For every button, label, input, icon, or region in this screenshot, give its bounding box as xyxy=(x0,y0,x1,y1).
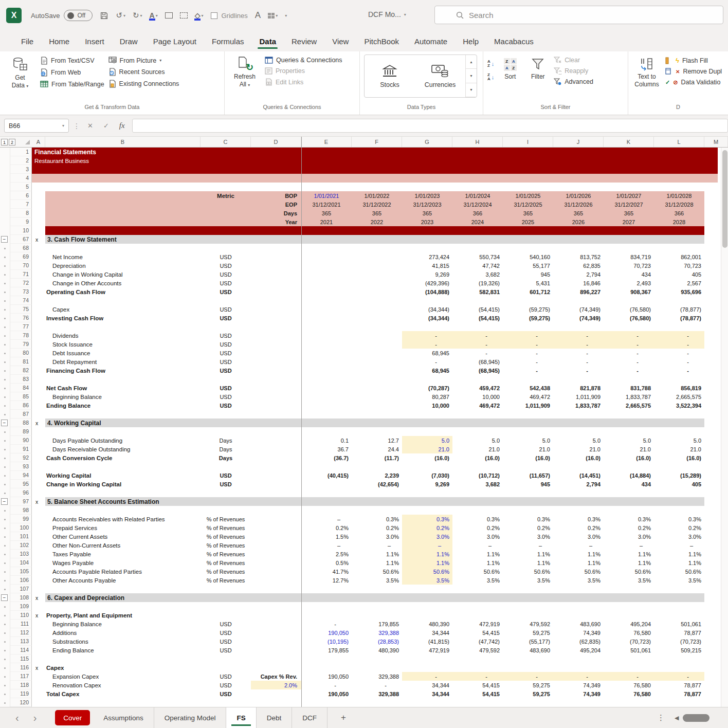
cell-F82[interactable] xyxy=(352,366,402,375)
cell-L69[interactable]: 862,001 xyxy=(654,252,704,261)
cell-E85[interactable] xyxy=(301,392,352,401)
cell-B3[interactable] xyxy=(32,165,718,174)
cell-C86[interactable]: USD xyxy=(201,401,251,410)
cell-E95[interactable] xyxy=(301,480,352,488)
cell-F106[interactable]: 3.5% xyxy=(352,576,402,585)
row-header-70[interactable]: 70 xyxy=(10,261,32,270)
row-header-75[interactable]: 75 xyxy=(10,305,32,314)
sheet-tab-cover[interactable]: Cover xyxy=(55,710,90,725)
cell-B8[interactable] xyxy=(45,209,201,217)
cell-L91[interactable]: 21.0 xyxy=(654,445,704,453)
cell-C6[interactable]: Metric xyxy=(201,191,251,200)
column-header-H[interactable]: H xyxy=(452,137,503,147)
cell-B111[interactable]: Beginning Balance xyxy=(45,620,201,628)
cell-F9[interactable]: 2022 xyxy=(352,217,402,226)
cell-D105[interactable] xyxy=(251,567,301,576)
cell-A86[interactable] xyxy=(32,401,45,410)
menu-tab-draw[interactable]: Draw xyxy=(112,31,145,51)
cell-G84[interactable]: (70,287) xyxy=(402,384,452,392)
menu-tab-automate[interactable]: Automate xyxy=(407,31,455,51)
cell-J112[interactable]: 74,349 xyxy=(553,628,604,637)
cell-D9[interactable]: Year xyxy=(251,217,301,226)
cell-I86[interactable]: 1,011,909 xyxy=(503,401,553,410)
cell-G81[interactable]: - xyxy=(402,357,452,366)
column-header-L[interactable]: L xyxy=(654,137,704,147)
cell-E103[interactable]: 2.5% xyxy=(301,550,352,558)
section-header-108[interactable]: 6. Capex and Depreciation xyxy=(45,593,704,602)
cell-B85[interactable]: Beginning Balance xyxy=(45,392,201,401)
cell-C91[interactable]: Days xyxy=(201,445,251,453)
cell-J101[interactable]: 3.0% xyxy=(553,532,604,541)
cell-K119[interactable]: 76,580 xyxy=(604,689,654,698)
cell-K86[interactable]: 2,665,575 xyxy=(604,401,654,410)
row-header-73[interactable]: 73 xyxy=(10,287,32,296)
cell-I110[interactable] xyxy=(503,611,553,620)
cell-H118[interactable]: 54,415 xyxy=(452,681,503,689)
from-text-csv-button[interactable]: From Text/CSV xyxy=(40,57,104,65)
cell-D90[interactable] xyxy=(251,436,301,445)
cell-J116[interactable] xyxy=(553,663,604,672)
cell-B81[interactable]: Debt Repayment xyxy=(45,357,201,366)
cell-I85[interactable]: 469,472 xyxy=(503,392,553,401)
cell-E119[interactable]: 190,050 xyxy=(301,689,352,698)
cell-I71[interactable]: 945 xyxy=(503,270,553,279)
cell-G85[interactable]: 80,287 xyxy=(402,392,452,401)
cell-G90[interactable]: 5.0 xyxy=(402,436,452,445)
cell-B119[interactable]: Total Capex xyxy=(45,689,201,698)
cell-H81[interactable]: (68,945) xyxy=(452,357,503,366)
cell-A10[interactable] xyxy=(32,226,45,235)
cell-I105[interactable]: 50.6% xyxy=(503,567,553,576)
cell-D92[interactable] xyxy=(251,453,301,462)
cell-L76[interactable]: (78,877) xyxy=(654,314,704,322)
more-commands-icon[interactable]: ▾ xyxy=(285,13,287,18)
data-types-scroll-up-icon[interactable]: ▴ xyxy=(466,55,477,69)
cell-I70[interactable]: 55,177 xyxy=(503,261,553,270)
cell-D94[interactable] xyxy=(251,471,301,480)
cell-F80[interactable] xyxy=(352,349,402,357)
cell-E112[interactable]: 190,050 xyxy=(301,628,352,637)
cell-A67[interactable]: x xyxy=(32,235,45,244)
cell-K99[interactable]: 0.3% xyxy=(604,515,654,523)
refresh-all-button[interactable]: ↻ RefreshAll ▾ xyxy=(229,54,261,89)
cell-L95[interactable]: 405 xyxy=(654,480,704,488)
cell-H104[interactable]: 1.1% xyxy=(452,558,503,567)
cell-F79[interactable] xyxy=(352,340,402,349)
row-header-84[interactable]: 84 xyxy=(10,384,32,392)
cell-K103[interactable]: 1.1% xyxy=(604,550,654,558)
cell-B91[interactable]: Days Receivable Outstanding xyxy=(45,445,201,453)
cell-J75[interactable]: (74,349) xyxy=(553,305,604,314)
sheet-tab-debt[interactable]: Debt xyxy=(257,707,293,728)
cell-I104[interactable]: 1.1% xyxy=(503,558,553,567)
cell-K82[interactable]: - xyxy=(604,366,654,375)
cell-K8[interactable]: 365 xyxy=(604,209,654,217)
cell-F116[interactable] xyxy=(352,663,402,672)
cell-D73[interactable] xyxy=(251,287,301,296)
sheet-nav-right-icon[interactable]: › xyxy=(27,712,43,724)
cell-B72[interactable]: Change in Other Accounts xyxy=(45,279,201,287)
cell-I114[interactable]: 483,690 xyxy=(503,646,553,654)
data-validation-button[interactable]: ✓⊘ Data Validatio xyxy=(665,79,722,86)
excel-logo-icon[interactable]: X xyxy=(6,8,22,23)
cell-L114[interactable]: 509,215 xyxy=(654,646,704,654)
cell-K80[interactable]: - xyxy=(604,349,654,357)
cell-A95[interactable] xyxy=(32,480,45,488)
cell-A68[interactable] xyxy=(32,244,45,252)
cell-E99[interactable]: – xyxy=(301,515,352,523)
cell-D118[interactable]: 2.0% xyxy=(251,681,301,689)
cell-D100[interactable] xyxy=(251,523,301,532)
sheet-tabs-menu-icon[interactable]: ⋮ xyxy=(657,713,665,722)
cell-B84[interactable]: Net Cash Flow xyxy=(45,384,201,392)
document-title[interactable]: DCF Mo...▾ xyxy=(368,10,406,19)
cell-A98[interactable] xyxy=(32,506,45,515)
cell-L103[interactable]: 1.1% xyxy=(654,550,704,558)
undo-icon[interactable]: ↺▾ xyxy=(116,11,125,20)
cell-B92[interactable]: Cash Conversion Cycle xyxy=(45,453,201,462)
cell-H113[interactable]: (47,742) xyxy=(452,637,503,646)
cell-J95[interactable]: 2,794 xyxy=(553,480,604,488)
cell-G113[interactable]: (41,815) xyxy=(402,637,452,646)
cell-B94[interactable]: Working Capital xyxy=(45,471,201,480)
cell-C8[interactable] xyxy=(201,209,251,217)
cell-F119[interactable]: 329,388 xyxy=(352,689,402,698)
cell-A9[interactable] xyxy=(32,217,45,226)
outline-level-2-button[interactable]: 2 xyxy=(9,139,15,145)
